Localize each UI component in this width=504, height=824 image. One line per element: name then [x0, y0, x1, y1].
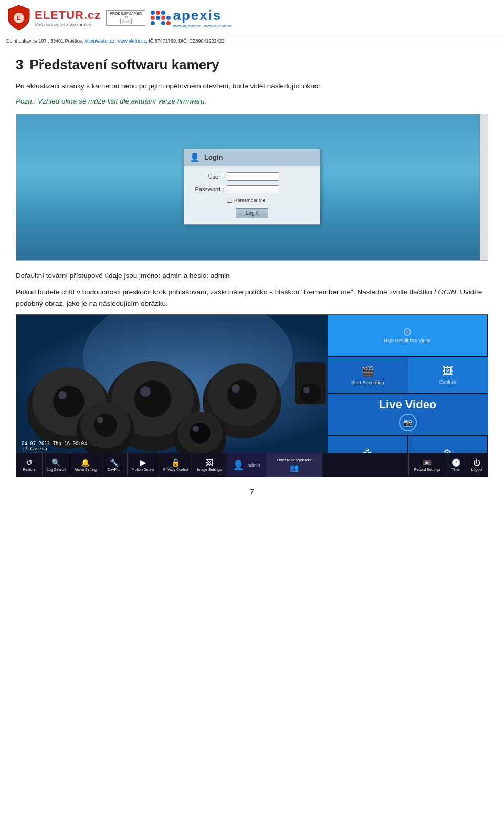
- logos-container: E ELETUR.cz Váš dodavatel zabezpečení PR…: [6, 4, 498, 32]
- live-video-btn[interactable]: Live Video 📷: [328, 394, 488, 436]
- device-label: DevFlur: [108, 468, 121, 471]
- camera-timestamp: 04 07 2013 Thu 16:00:04: [22, 441, 87, 446]
- motion-icon: ▶: [140, 458, 146, 467]
- ic-text: IČ:87472759,: [149, 38, 177, 44]
- camera-name-label: IP Camera: [22, 446, 87, 451]
- remember-me-paragraph: Pokud budete chtít v budoucnosti přeskoč…: [16, 286, 488, 309]
- time-label: Time: [452, 468, 459, 471]
- apexis-dots: [151, 11, 171, 25]
- login-dialog-title: 👤 Login: [184, 149, 320, 166]
- eletur-text: ELETUR.cz Váš dodavatel zabezpečení: [35, 8, 101, 27]
- hires-video-btn[interactable]: High Resolution Video: [328, 315, 488, 357]
- toolbar-alarm-setting[interactable]: 🔔 Alarm Setting: [70, 453, 101, 477]
- device-icon: 🔧: [110, 458, 119, 467]
- user-row: User :: [193, 172, 311, 181]
- toolbar-motion[interactable]: ▶ Motion Detect: [128, 453, 159, 477]
- camera-toolbar: ↺ Restore 🔍 Log Search 🔔 Alarm Setting 🔧…: [16, 453, 488, 477]
- address-text: Dolní Lukavice 107 , 33401 Přeštice,: [6, 38, 83, 44]
- motion-label: Motion Detect: [132, 468, 154, 471]
- password-input[interactable]: [227, 185, 279, 193]
- remember-label: Remember Me: [234, 198, 266, 203]
- eletur-tagline: Váš dodavatel zabezpečení: [35, 22, 101, 27]
- svg-point-26: [193, 426, 199, 432]
- start-recording-btn[interactable]: 🎬 Start Recording: [328, 357, 408, 394]
- section-heading: 3 Představení softwaru kamery: [16, 57, 488, 73]
- alarm-icon: 🔔: [81, 458, 90, 467]
- recording-capture-row: 🎬 Start Recording 🖼 Capture: [328, 357, 488, 394]
- camera-screenshot: 04 07 2013 Thu 16:00:04 IP Camera High R…: [16, 314, 488, 477]
- toolbar-image[interactable]: 🖼 Image Settings: [193, 453, 227, 477]
- remember-me-text: Pokud budete chtít v budoucnosti přeskoč…: [16, 288, 434, 296]
- default-credentials: Defaultní tovární přístupové údaje jsou …: [16, 270, 488, 282]
- prodej-logo: PRODEJIPKAMER .cz Onvif: [106, 10, 145, 26]
- svg-point-19: [97, 417, 103, 423]
- svg-point-21: [300, 383, 321, 404]
- website-link[interactable]: www.eletur.cz: [117, 38, 146, 44]
- camera-info-overlay: 04 07 2013 Thu 16:00:04 IP Camera: [22, 441, 87, 451]
- toolbar-device[interactable]: 🔧 DevFlur: [101, 453, 128, 477]
- remember-checkbox[interactable]: [227, 198, 232, 203]
- toolbar-privacy[interactable]: 🔒 Privacy Control: [159, 453, 193, 477]
- page-header: E ELETUR.cz Váš dodavatel zabezpečení PR…: [0, 0, 504, 36]
- apexis-brand: apexis: [173, 7, 232, 24]
- privacy-label: Privacy Control: [163, 468, 188, 471]
- svg-point-11: [140, 386, 151, 397]
- main-content: 3 Představení softwaru kamery Po aktuali…: [0, 46, 504, 517]
- capture-btn[interactable]: 🖼 Capture: [408, 357, 488, 394]
- login-dialog-body: User : Password : Remember Me Login: [184, 166, 320, 224]
- svg-point-10: [134, 380, 171, 417]
- toolbar-user-management[interactable]: User Management 👥: [267, 453, 322, 477]
- restore-icon: ↺: [26, 458, 33, 467]
- apexis-text-block: apexis www.apexis.cz · www.apexis.sk: [173, 7, 232, 28]
- svg-point-7: [58, 391, 67, 399]
- login-button[interactable]: Login: [236, 208, 268, 218]
- apexis-logo: apexis www.apexis.cz · www.apexis.sk: [151, 7, 232, 28]
- log-search-label: Log Search: [47, 468, 66, 471]
- panel-top: High Resolution Video: [328, 315, 488, 357]
- logout-btn[interactable]: ⏻ Logout: [466, 453, 488, 477]
- email-link[interactable]: info@eletur.cz: [85, 38, 114, 44]
- toolbar-right: 📼 Record Settings 🕐 Time ⏻ Logout: [408, 453, 488, 477]
- prodej-cz: .cz: [123, 15, 128, 19]
- svg-point-14: [227, 380, 257, 409]
- user-mgmt-label: User Management: [277, 458, 312, 462]
- page-number: 7: [16, 488, 488, 506]
- record-settings-btn[interactable]: 📼 Record Settings: [408, 453, 446, 477]
- svg-point-18: [94, 414, 117, 437]
- start-recording-label: Start Recording: [351, 380, 384, 385]
- prodej-label: PRODEJIPKAMER: [110, 12, 142, 15]
- svg-point-25: [190, 423, 211, 444]
- password-row: Password :: [193, 185, 311, 193]
- header-info-bar: Dolní Lukavice 107 , 33401 Přeštice, inf…: [0, 36, 504, 46]
- svg-point-6: [53, 386, 85, 417]
- toolbar-user-area: 👤 admin: [226, 453, 267, 477]
- section-title-text: Představení softwaru kamery: [29, 57, 219, 73]
- logout-label: Logout: [471, 468, 482, 471]
- image-label: Image Settings: [197, 468, 222, 471]
- hires-cam-icon: [404, 328, 411, 336]
- restore-label: Restore: [23, 468, 36, 471]
- toolbar-log-search[interactable]: 🔍 Log Search: [43, 453, 70, 477]
- time-btn[interactable]: 🕐 Time: [446, 453, 466, 477]
- eletur-name: ELETUR.cz: [35, 8, 101, 22]
- admin-label: admin: [247, 462, 260, 468]
- record-settings-label: Record Settings: [414, 468, 440, 471]
- dic-text: DIČ: CZ89041922422: [178, 38, 225, 44]
- eletur-logo: E ELETUR.cz Váš dodavatel zabezpečení: [6, 4, 101, 32]
- alarm-label: Alarm Setting: [75, 468, 97, 471]
- svg-point-22: [303, 387, 310, 393]
- user-input[interactable]: [227, 172, 279, 181]
- apexis-urls: www.apexis.cz · www.apexis.sk: [173, 24, 232, 28]
- section-number: 3: [16, 57, 23, 73]
- toolbar-restore[interactable]: ↺ Restore: [16, 453, 43, 477]
- capture-label: Capture: [439, 379, 456, 385]
- login-screenshot: 👤 Login User : Password : Remember Me Lo…: [16, 114, 488, 261]
- password-label: Password :: [193, 186, 227, 192]
- shield-icon: E: [6, 4, 32, 32]
- svg-point-15: [232, 384, 240, 393]
- scrollbar[interactable]: [481, 118, 487, 139]
- onvif-label: Onvif: [120, 19, 132, 24]
- camera-background: [16, 315, 360, 454]
- log-search-icon: 🔍: [51, 458, 60, 467]
- hires-label: High Resolution Video: [384, 338, 431, 343]
